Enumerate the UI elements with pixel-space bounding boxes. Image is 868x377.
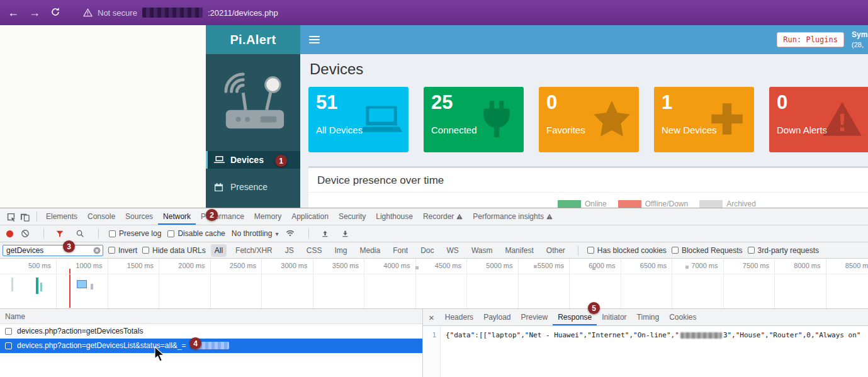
- stat-card-down-alerts[interactable]: 0 Down Alerts: [769, 87, 868, 152]
- tab-console[interactable]: Console: [82, 208, 120, 225]
- tab-lighthouse[interactable]: Lighthouse: [371, 208, 418, 225]
- laptop-icon: [361, 98, 402, 140]
- clear-icon[interactable]: [20, 228, 31, 239]
- preserve-log-checkbox[interactable]: Preserve log: [109, 229, 161, 238]
- checkbox-box: [748, 247, 755, 254]
- filter-pill-css[interactable]: CSS: [303, 244, 326, 257]
- import-har-icon[interactable]: [319, 228, 330, 239]
- throttling-dropdown[interactable]: No throttling ▾: [232, 229, 279, 238]
- user-sub: (28,: [852, 40, 868, 50]
- address-bar[interactable]: Not secure :20211/devices.php: [83, 8, 278, 18]
- tab-network[interactable]: Network: [158, 208, 196, 225]
- timeline-gridline: [261, 259, 262, 308]
- tab-timing[interactable]: Timing: [632, 309, 665, 325]
- tab-performance[interactable]: Performance: [196, 208, 249, 225]
- tab-sources[interactable]: Sources: [120, 208, 158, 225]
- menu-toggle-icon[interactable]: [309, 34, 320, 45]
- filter-pill-doc[interactable]: Doc: [417, 244, 437, 257]
- timeline-activity-mark: [40, 283, 42, 291]
- request-detail-panel: × Headers Payload Preview Response Initi…: [423, 309, 868, 377]
- requests-name-header[interactable]: Name: [0, 309, 422, 324]
- request-checkbox[interactable]: [5, 342, 12, 349]
- request-row-selected[interactable]: devices.php?action=getDevicesList&status…: [0, 339, 422, 353]
- timeline-gridline: [569, 259, 570, 308]
- tab-label: Memory: [254, 212, 281, 221]
- timeline-gridline: [774, 259, 775, 308]
- network-timeline[interactable]: 500 ms1000 ms1500 ms2000 ms2500 ms3000 m…: [0, 259, 868, 309]
- filter-icon[interactable]: [54, 228, 65, 239]
- timeline-label: 5000 ms: [470, 262, 513, 269]
- stat-card-all-devices[interactable]: 51 All Devices: [308, 87, 409, 152]
- third-party-requests-checkbox[interactable]: 3rd-party requests: [748, 246, 819, 255]
- filter-pill-fetch-xhr[interactable]: Fetch/XHR: [232, 244, 276, 257]
- timeline-label: 2500 ms: [213, 262, 256, 269]
- hide-data-urls-checkbox[interactable]: Hide data URLs: [142, 246, 206, 255]
- run-plugins-button[interactable]: Run: Plugins: [777, 32, 844, 47]
- invert-checkbox[interactable]: Invert: [108, 246, 137, 255]
- network-filter-input[interactable]: [3, 245, 103, 256]
- device-toolbar-icon[interactable]: [19, 211, 30, 222]
- forward-icon[interactable]: →: [29, 7, 40, 18]
- has-blocked-cookies-checkbox[interactable]: Has blocked cookies: [587, 246, 667, 255]
- tab-payload[interactable]: Payload: [478, 309, 516, 325]
- filter-pill-ws[interactable]: WS: [443, 244, 463, 257]
- sidebar-item-presence[interactable]: Presence: [206, 178, 300, 196]
- network-conditions-icon[interactable]: [285, 228, 296, 239]
- back-icon[interactable]: ←: [8, 7, 19, 18]
- disable-cache-checkbox[interactable]: Disable cache: [167, 229, 225, 238]
- filter-pill-font[interactable]: Font: [389, 244, 412, 257]
- legend-label: Archived: [726, 200, 756, 208]
- tab-initiator[interactable]: Initiator: [597, 309, 631, 325]
- stat-card-favorites[interactable]: 0 Favorites: [539, 87, 639, 152]
- filter-pill-manifest[interactable]: Manifest: [501, 244, 537, 257]
- stat-card-connected[interactable]: 25 Connected: [424, 87, 524, 152]
- tab-label: Initiator: [602, 313, 626, 322]
- divider: [37, 211, 37, 222]
- tab-recorder[interactable]: Recorder: [418, 208, 468, 225]
- legend-label: Offline/Down: [645, 200, 688, 208]
- star-icon: [591, 98, 633, 140]
- timeline-gridline: [672, 259, 672, 308]
- close-icon[interactable]: ×: [423, 312, 440, 323]
- tab-headers[interactable]: Headers: [440, 309, 478, 325]
- app-logo[interactable]: Pi.Alert: [206, 25, 300, 54]
- requests-pane: Name devices.php?action=getDevicesTotals…: [0, 309, 423, 377]
- filter-pill-all[interactable]: All: [211, 244, 227, 257]
- tab-label: Console: [87, 212, 115, 221]
- timeline-label: 2000 ms: [162, 262, 205, 269]
- not-secure-warning-icon[interactable]: [83, 8, 93, 17]
- timeline-label: 8000 ms: [778, 262, 821, 269]
- request-checkbox[interactable]: [5, 328, 12, 335]
- tab-performance-insights[interactable]: Performance insights: [468, 208, 558, 225]
- filter-pill-js[interactable]: JS: [281, 244, 298, 257]
- blocked-requests-checkbox[interactable]: Blocked Requests: [672, 246, 743, 255]
- tab-label: Security: [339, 212, 366, 221]
- tab-label: Recorder: [423, 212, 454, 221]
- filter-pill-media[interactable]: Media: [356, 244, 384, 257]
- user-info[interactable]: Sym (28,: [852, 30, 868, 49]
- request-row[interactable]: devices.php?action=getDevicesTotals: [0, 324, 422, 339]
- refresh-icon[interactable]: [50, 7, 60, 19]
- browser-toolbar: ← → Not secure :20211/devices.php: [0, 0, 868, 25]
- timeline-label: 5500 ms: [521, 262, 564, 269]
- tab-application[interactable]: Application: [286, 208, 334, 225]
- response-viewer[interactable]: 1 {"data":[["laptop","Net - Huawei","Int…: [423, 326, 868, 377]
- filter-pill-img[interactable]: Img: [330, 244, 351, 257]
- laptop-icon: [214, 155, 225, 164]
- tab-cookies[interactable]: Cookies: [664, 309, 701, 325]
- tab-preview[interactable]: Preview: [516, 309, 553, 325]
- inspect-icon[interactable]: [5, 211, 16, 222]
- tab-security[interactable]: Security: [334, 208, 371, 225]
- timeline-label: 7000 ms: [675, 262, 718, 269]
- stat-card-new-devices[interactable]: 1 New Devices: [654, 87, 754, 152]
- export-har-icon[interactable]: [339, 228, 351, 239]
- clear-input-icon[interactable]: [93, 247, 101, 254]
- tab-memory[interactable]: Memory: [249, 208, 286, 225]
- filter-pill-wasm[interactable]: Wasm: [468, 244, 497, 257]
- tab-elements[interactable]: Elements: [41, 208, 82, 225]
- search-icon[interactable]: [74, 228, 86, 239]
- chevron-down-icon: ▾: [275, 230, 278, 237]
- filter-pill-other[interactable]: Other: [543, 244, 569, 257]
- record-button[interactable]: [6, 230, 13, 237]
- browser-viewport: Pi.Alert: [0, 25, 868, 208]
